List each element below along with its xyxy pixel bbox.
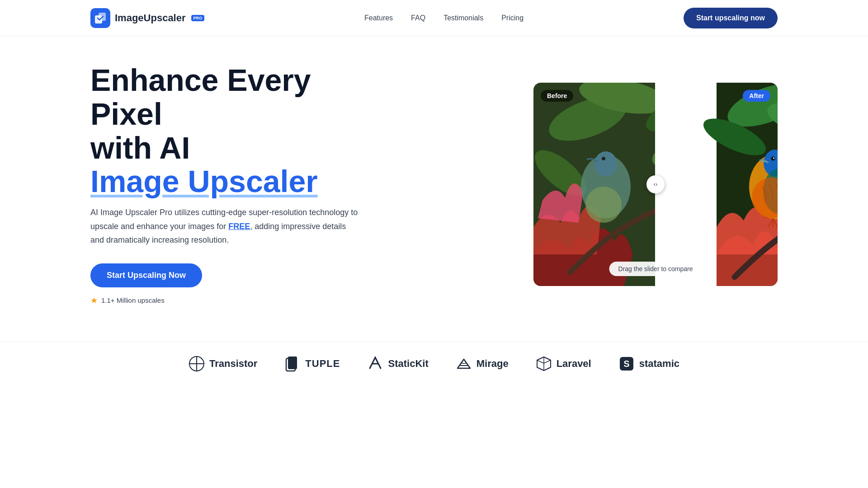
svg-point-11	[602, 157, 605, 160]
laravel-icon	[536, 356, 552, 372]
drag-hint: Drag the slider to compare	[609, 262, 702, 276]
svg-point-23	[773, 157, 774, 159]
svg-point-9	[594, 151, 617, 177]
header-cta-button[interactable]: Start upscaling now	[684, 8, 778, 28]
hero-cta-button[interactable]: Start Upscaling Now	[90, 263, 202, 287]
after-label: After	[743, 90, 770, 102]
svg-point-22	[771, 156, 775, 160]
free-link[interactable]: FREE	[228, 222, 250, 231]
logo-badge: PRO	[191, 15, 205, 21]
after-image	[656, 83, 778, 286]
slider-handle[interactable]: ‹›	[646, 175, 665, 193]
image-comparison[interactable]: Before After ‹› Drag the slider to compa…	[533, 83, 778, 286]
mirage-label: Mirage	[476, 358, 509, 370]
before-panel	[533, 83, 656, 286]
logo-icon	[90, 8, 110, 28]
nav-faq[interactable]: FAQ	[411, 14, 425, 22]
partner-mirage: Mirage	[456, 356, 509, 372]
comparison-widget[interactable]: Before After ‹› Drag the slider to compa…	[533, 83, 778, 286]
partner-statamic: S statamic	[618, 356, 679, 372]
logo[interactable]: ImageUpscalerPRO	[90, 8, 204, 28]
logo-text: ImageUpscaler	[115, 12, 186, 24]
nav-testimonials[interactable]: Testimonials	[443, 14, 483, 22]
social-proof-text: 1.1+ Million upscales	[101, 296, 165, 304]
svg-point-10	[585, 187, 622, 223]
statamic-icon: S	[618, 356, 635, 372]
partner-tuple: TUPLE	[284, 356, 340, 372]
mirage-icon	[456, 356, 472, 372]
tuple-icon	[284, 356, 301, 372]
transistor-label: Transistor	[209, 358, 257, 370]
before-image	[533, 83, 656, 286]
hero-description: AI Image Upscaler Pro utilizes cutting-e…	[90, 206, 362, 247]
social-proof: ★ 1.1+ Million upscales	[90, 296, 362, 305]
nav-features[interactable]: Features	[364, 14, 393, 22]
partners-section: Transistor TUPLE StaticKit	[0, 342, 868, 399]
partner-transistor: Transistor	[189, 356, 257, 372]
svg-text:S: S	[623, 359, 629, 369]
before-label: Before	[541, 90, 573, 102]
star-icon: ★	[90, 296, 98, 305]
after-panel	[656, 83, 778, 286]
hero-title-blue: Image Upscaler	[90, 164, 362, 198]
slider-arrows: ‹›	[654, 181, 658, 188]
hero-content: Enhance Every Pixel with AI Image Upscal…	[90, 63, 362, 305]
transistor-icon	[189, 356, 205, 372]
statamic-label: statamic	[639, 358, 679, 370]
partner-statickit: StaticKit	[367, 356, 428, 372]
laravel-label: Laravel	[557, 358, 591, 370]
partner-laravel: Laravel	[536, 356, 591, 372]
nav-pricing[interactable]: Pricing	[501, 14, 524, 22]
tuple-label: TUPLE	[305, 358, 340, 370]
hero-section: Enhance Every Pixel with AI Image Upscal…	[0, 36, 868, 342]
statickit-icon	[367, 356, 383, 372]
hero-title: Enhance Every Pixel with AI Image Upscal…	[90, 63, 362, 198]
main-nav: Features FAQ Testimonials Pricing	[364, 14, 524, 22]
statickit-label: StaticKit	[388, 358, 428, 370]
